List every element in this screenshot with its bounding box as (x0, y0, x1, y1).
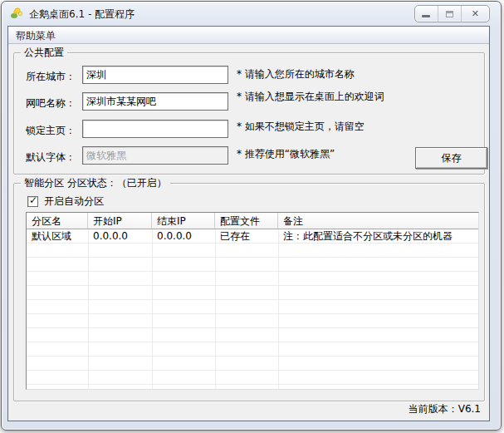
menu-item-help[interactable]: 帮助菜单 (8, 27, 63, 46)
homepage-hint: * 如果不想锁定主页，请留空 (237, 120, 365, 134)
cafe-name-input[interactable] (82, 92, 228, 111)
column-header-config-file[interactable]: 配置文件 (215, 213, 278, 229)
app-icon (10, 7, 23, 20)
window-title: 企鹅桌面6.1 - 配置程序 (29, 7, 135, 22)
close-icon: ✕ (472, 9, 479, 18)
app-window: 企鹅桌面6.1 - 配置程序 ✕ 帮助菜单 公共配置 (1, 1, 502, 431)
version-label: 当前版本：V6.1 (409, 402, 481, 416)
caption-buttons: ✕ (414, 5, 490, 22)
city-label: 所在城市： (26, 70, 76, 84)
partition-legend: 智能分区 分区状态：（已开启） (21, 177, 170, 189)
cell-start-ip: 0.0.0.0 (88, 229, 152, 244)
auto-partition-row: ✓ 开启自动分区 (27, 194, 104, 209)
cell-end-ip: 0.0.0.0 (152, 229, 215, 244)
client-area: 帮助菜单 公共配置 所在城市： * 请输入您所在的城市名称 网吧名称： * 请输… (7, 26, 490, 421)
cell-remark: 注：此配置适合不分区或未分区的机器 (278, 229, 478, 244)
menu-bar: 帮助菜单 (8, 27, 489, 44)
grid-line (88, 229, 89, 390)
minimize-icon (422, 15, 430, 17)
cell-config-file: 已存在 (215, 229, 278, 244)
homepage-input[interactable] (82, 120, 228, 138)
partition-table-body: 默认区域 0.0.0.0 0.0.0.0 已存在 注：此配置适合不分区或未分区的… (27, 229, 478, 390)
auto-partition-checkbox[interactable]: ✓ (27, 196, 38, 207)
cafe-name-hint: * 请输入想显示在桌面上的欢迎词 (237, 90, 384, 104)
public-config-group: 公共配置 所在城市： * 请输入您所在的城市名称 网吧名称： * 请输入想显示在… (13, 52, 485, 175)
public-config-legend: 公共配置 (21, 47, 67, 58)
font-label: 默认字体： (26, 150, 76, 165)
grid-line (215, 229, 216, 390)
grid-line (152, 229, 153, 390)
maximize-button[interactable] (438, 6, 462, 22)
save-button[interactable]: 保存 (415, 147, 487, 169)
partition-table-header: 分区名 开始IP 结束IP 配置文件 备注 (27, 213, 478, 229)
minimize-button[interactable] (415, 6, 438, 22)
cell-partition-name: 默认区域 (27, 229, 88, 244)
partition-group: 智能分区 分区状态：（已开启） ✓ 开启自动分区 分区名 开始IP 结束IP 配… (13, 183, 485, 401)
close-button[interactable]: ✕ (462, 6, 489, 22)
column-header-remark[interactable]: 备注 (278, 213, 478, 229)
city-hint: * 请输入您所在的城市名称 (237, 67, 355, 81)
column-header-start-ip[interactable]: 开始IP (88, 213, 152, 229)
column-header-partition-name[interactable]: 分区名 (27, 213, 88, 229)
cafe-name-label: 网吧名称： (26, 96, 76, 111)
table-row[interactable]: 默认区域 0.0.0.0 0.0.0.0 已存在 注：此配置适合不分区或未分区的… (27, 229, 478, 244)
auto-partition-label: 开启自动分区 (44, 194, 104, 209)
checkmark-icon: ✓ (29, 194, 37, 206)
font-hint: * 推荐使用“微软雅黑” (237, 147, 335, 161)
grid-line (278, 229, 279, 390)
screenshot-stage: 企鹅桌面6.1 - 配置程序 ✕ 帮助菜单 公共配置 (0, 0, 504, 433)
homepage-label: 锁定主页： (26, 124, 76, 138)
font-input (82, 146, 228, 165)
column-header-end-ip[interactable]: 结束IP (152, 213, 215, 229)
title-bar[interactable]: 企鹅桌面6.1 - 配置程序 ✕ (2, 2, 501, 26)
maximize-icon (446, 11, 453, 17)
partition-table: 分区名 开始IP 结束IP 配置文件 备注 默认区域 0.0.0.0 (26, 212, 479, 390)
city-input[interactable] (82, 66, 228, 84)
